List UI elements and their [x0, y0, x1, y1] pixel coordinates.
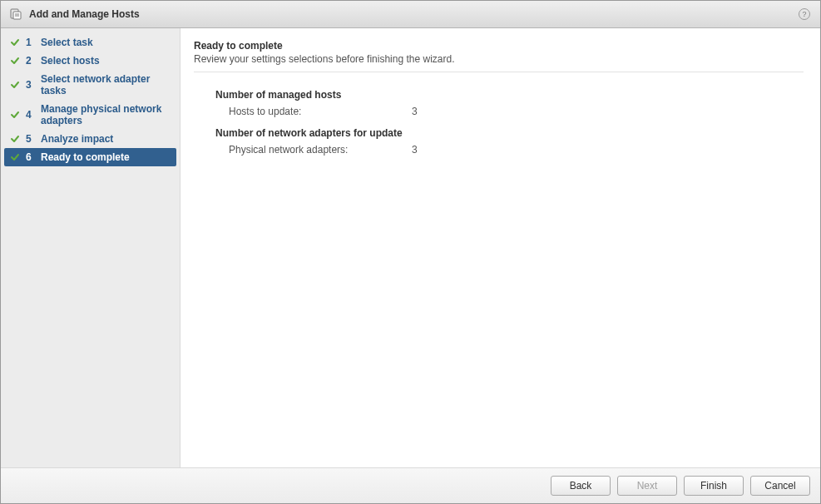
- check-icon: [9, 79, 21, 91]
- window-title: Add and Manage Hosts: [29, 8, 790, 20]
- titlebar: Add and Manage Hosts ?: [1, 1, 820, 28]
- main-pane: Ready to complete Review your settings s…: [181, 28, 820, 467]
- summary-group-title: Number of network adapters for update: [215, 127, 804, 139]
- summary-group-title: Number of managed hosts: [215, 89, 804, 101]
- summary-value: 3: [412, 106, 418, 117]
- page-subtitle: Review your settings selections before f…: [194, 53, 804, 65]
- step-number: 3: [26, 79, 36, 91]
- wizard-footer: Back Next Finish Cancel: [1, 467, 820, 503]
- step-number: 2: [26, 55, 36, 67]
- back-button[interactable]: Back: [551, 476, 611, 496]
- summary-key: Physical network adapters:: [229, 144, 395, 156]
- hosts-icon: [9, 7, 22, 21]
- next-button: Next: [617, 476, 677, 496]
- check-icon: [9, 151, 21, 163]
- summary-key: Hosts to update:: [229, 106, 395, 117]
- finish-button[interactable]: Finish: [684, 476, 744, 496]
- wizard-window: Add and Manage Hosts ? 1Select task2Sele…: [0, 0, 821, 504]
- wizard-step-2[interactable]: 2Select hosts: [1, 52, 180, 70]
- step-label: Select task: [41, 37, 173, 48]
- wizard-step-1[interactable]: 1Select task: [1, 33, 180, 52]
- step-number: 1: [26, 37, 36, 48]
- step-label: Manage physical network adapters: [41, 103, 173, 126]
- step-label: Select network adapter tasks: [41, 73, 173, 96]
- summary-groups: Number of managed hostsHosts to update:3…: [194, 89, 804, 157]
- summary-group: Number of managed hostsHosts to update:3: [215, 89, 804, 119]
- summary-row: Physical network adapters:3: [215, 142, 804, 157]
- summary-group: Number of network adapters for updatePhy…: [215, 127, 804, 157]
- wizard-step-6[interactable]: 6Ready to complete: [4, 148, 176, 166]
- cancel-button[interactable]: Cancel: [750, 476, 810, 496]
- step-label: Select hosts: [41, 55, 173, 67]
- check-icon: [9, 109, 21, 121]
- page-heading: Ready to complete: [194, 40, 804, 52]
- step-number: 5: [26, 133, 36, 145]
- step-sidebar: 1Select task2Select hosts3Select network…: [1, 28, 181, 467]
- summary-row: Hosts to update:3: [215, 104, 804, 119]
- heading-divider: [194, 72, 804, 72]
- step-label: Ready to complete: [41, 151, 170, 163]
- summary-value: 3: [412, 144, 418, 156]
- check-icon: [9, 55, 21, 67]
- wizard-step-5[interactable]: 5Analyze impact: [1, 130, 180, 148]
- step-number: 4: [26, 109, 36, 121]
- check-icon: [9, 133, 21, 145]
- help-icon[interactable]: ?: [797, 7, 812, 22]
- step-number: 6: [26, 151, 36, 163]
- check-icon: [9, 37, 21, 48]
- svg-text:?: ?: [802, 10, 806, 18]
- wizard-body: 1Select task2Select hosts3Select network…: [1, 28, 820, 467]
- wizard-step-4[interactable]: 4Manage physical network adapters: [1, 100, 180, 130]
- wizard-step-3[interactable]: 3Select network adapter tasks: [1, 70, 180, 100]
- step-label: Analyze impact: [41, 133, 173, 145]
